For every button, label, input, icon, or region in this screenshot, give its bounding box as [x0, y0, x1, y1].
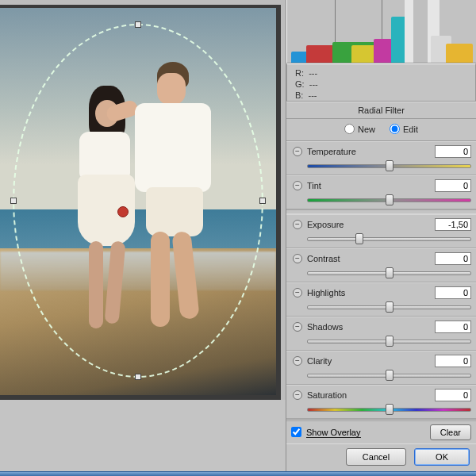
exposure-label: Exposure	[307, 220, 430, 229]
show-overlay-checkbox[interactable]	[291, 427, 301, 437]
saturation-value[interactable]	[435, 389, 471, 401]
rgb-readout: R: --- G: --- B: ---	[286, 63, 476, 102]
clarity-row: − Clarity	[286, 351, 476, 385]
collapse-icon[interactable]: −	[293, 288, 302, 298]
histogram[interactable]	[286, 0, 476, 63]
mode-edit-radio[interactable]	[390, 124, 400, 134]
image-canvas[interactable]	[0, 8, 276, 395]
temperature-row: − Temperature	[286, 141, 476, 175]
collapse-icon[interactable]: −	[293, 322, 302, 332]
rgb-r-label: R:	[295, 68, 304, 78]
rgb-g-label: G:	[295, 79, 305, 89]
collapse-icon[interactable]: −	[293, 390, 302, 400]
mode-row: New Edit	[286, 119, 476, 141]
photo-subjects	[51, 62, 225, 379]
canvas-panel	[0, 0, 286, 476]
clarity-slider[interactable]	[307, 370, 471, 381]
collapse-icon[interactable]: −	[293, 356, 302, 366]
highlights-label: Highlights	[307, 288, 430, 298]
shadows-slider[interactable]	[307, 336, 471, 347]
saturation-slider[interactable]	[307, 404, 471, 415]
contrast-label: Contrast	[307, 254, 430, 263]
shadows-label: Shadows	[307, 322, 430, 332]
histogram-bars	[287, 0, 476, 63]
photo-man	[127, 62, 222, 340]
clarity-value[interactable]	[435, 355, 471, 367]
overlay-row: Show Overlay Clear	[286, 420, 476, 443]
collapse-icon[interactable]: −	[293, 181, 302, 190]
exposure-slider[interactable]	[307, 233, 471, 244]
tint-value[interactable]	[435, 179, 471, 192]
contrast-row: − Contrast	[286, 248, 476, 282]
clear-all-button[interactable]: Clear	[430, 424, 471, 440]
exposure-value[interactable]	[435, 218, 471, 231]
taskbar-strip	[0, 471, 476, 476]
mode-edit[interactable]: Edit	[390, 124, 418, 134]
clarity-label: Clarity	[307, 356, 430, 366]
app-root: R: --- G: --- B: --- Radial Filter New E…	[0, 0, 476, 476]
collapse-icon[interactable]: −	[293, 147, 302, 156]
shadows-row: − Shadows	[286, 317, 476, 351]
collapse-icon[interactable]: −	[293, 220, 302, 229]
highlights-value[interactable]	[435, 286, 471, 299]
tint-row: − Tint	[286, 175, 476, 209]
mode-edit-label: Edit	[403, 125, 418, 134]
temperature-value[interactable]	[435, 145, 471, 158]
exposure-row: − Exposure	[286, 214, 476, 248]
contrast-slider[interactable]	[307, 267, 471, 278]
highlights-row: − Highlights	[286, 282, 476, 317]
canvas-footer-spacer	[0, 400, 286, 476]
mode-new-label: New	[358, 125, 375, 134]
temperature-slider[interactable]	[307, 160, 471, 171]
ok-button[interactable]: OK	[414, 448, 470, 466]
rgb-b-label: B:	[295, 90, 303, 100]
mode-new[interactable]: New	[344, 124, 375, 134]
rgb-g-value: ---	[309, 79, 318, 89]
highlights-slider[interactable]	[307, 301, 471, 313]
temperature-label: Temperature	[307, 147, 430, 156]
sliders-group: − Temperature − Tint − Exposure	[286, 141, 476, 420]
radial-filter-pin[interactable]	[117, 206, 129, 217]
section-title: Radial Filter	[286, 102, 476, 119]
saturation-label: Saturation	[307, 390, 430, 400]
shadows-value[interactable]	[435, 321, 471, 333]
saturation-row: − Saturation	[286, 385, 476, 419]
right-panel: R: --- G: --- B: --- Radial Filter New E…	[286, 0, 476, 476]
tint-label: Tint	[307, 181, 430, 190]
mode-new-radio[interactable]	[344, 124, 355, 134]
show-overlay-label[interactable]: Show Overlay	[306, 428, 361, 437]
canvas-frame	[0, 5, 281, 400]
rgb-r-value: ---	[309, 68, 317, 78]
cancel-button[interactable]: Cancel	[346, 448, 406, 466]
collapse-icon[interactable]: −	[293, 254, 302, 263]
tint-slider[interactable]	[307, 194, 471, 205]
contrast-value[interactable]	[435, 252, 471, 265]
rgb-b-value: ---	[309, 90, 317, 100]
